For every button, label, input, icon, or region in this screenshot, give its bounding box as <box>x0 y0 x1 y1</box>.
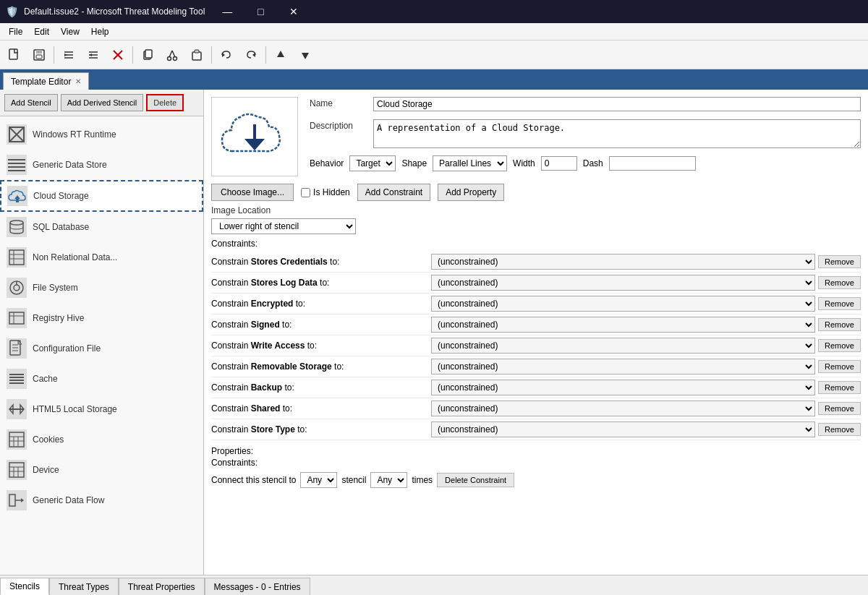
add-derived-stencil-button[interactable]: Add Derived Stencil <box>61 94 144 111</box>
toolbar-move-up[interactable] <box>269 43 292 67</box>
constraint-remove-5[interactable]: Remove <box>818 360 861 373</box>
toolbar-paste[interactable] <box>185 43 208 67</box>
window-title: Default.issue2 - Microsoft Threat Modeli… <box>24 7 205 17</box>
constraint-remove-1[interactable]: Remove <box>818 276 861 289</box>
add-property-button[interactable]: Add Property <box>438 184 504 201</box>
stencil-icon-generic-data-flow <box>7 490 27 510</box>
stencil-item-file-system[interactable]: File System <box>0 273 203 303</box>
constraint-remove-3[interactable]: Remove <box>818 318 861 331</box>
stencil-label-cloud-storage: Cloud Storage <box>33 191 89 201</box>
svg-marker-7 <box>64 53 67 56</box>
toolbar-indent[interactable] <box>57 43 80 67</box>
constraint-remove-2[interactable]: Remove <box>818 297 861 310</box>
dash-input[interactable] <box>609 156 696 171</box>
is-hidden-checkbox[interactable] <box>301 188 310 197</box>
stencil-item-sql-database[interactable]: SQL Database <box>0 212 203 242</box>
constraint-remove-0[interactable]: Remove <box>818 255 861 268</box>
dash-label: Dash <box>583 158 603 168</box>
stencil-item-generic-data-flow[interactable]: Generic Data Flow <box>0 485 203 515</box>
stencil-item-html5-local[interactable]: HTML5 Local Storage <box>0 394 203 424</box>
stencil-icon-config-file <box>7 338 27 359</box>
choose-image-button[interactable]: Choose Image... <box>211 184 294 201</box>
toolbar-delete[interactable] <box>106 43 129 67</box>
constraint-row-0: Constrain Stores Credentials to: (uncons… <box>211 252 861 273</box>
bottom-tabs: Stencils Threat Types Threat Properties … <box>0 575 868 595</box>
shape-select[interactable]: Parallel Lines <box>433 155 507 171</box>
menu-bar: File Edit View Help <box>0 23 868 40</box>
image-location-select[interactable]: Lower right of stencil <box>211 218 356 234</box>
constraint-remove-4[interactable]: Remove <box>818 339 861 352</box>
constraint-select-8[interactable]: (unconstrained) <box>431 421 815 437</box>
menu-view[interactable]: View <box>55 25 85 38</box>
description-textarea[interactable]: A representation of a Cloud Storage. <box>373 119 861 148</box>
stencil-item-cookies[interactable]: Cookies <box>0 424 203 455</box>
stencil-item-windows-rt[interactable]: Windows RT Runtime <box>0 119 203 150</box>
stencil-icon-sql-database <box>7 217 27 237</box>
menu-edit[interactable]: Edit <box>28 25 55 38</box>
constraint-row-2: Constrain Encrypted to: (unconstrained) … <box>211 294 861 314</box>
stencil-icon-cookies <box>7 429 27 450</box>
constraint-select-2[interactable]: (unconstrained) <box>431 296 815 312</box>
delete-constraint-button[interactable]: Delete Constraint <box>437 473 514 487</box>
svg-marker-22 <box>222 53 225 57</box>
menu-file[interactable]: File <box>3 25 28 38</box>
menu-help[interactable]: Help <box>85 25 115 38</box>
bottom-tab-messages[interactable]: Messages - 0 - Entries <box>205 578 310 595</box>
constraint-select-3[interactable]: (unconstrained) <box>431 317 815 333</box>
image-location-label: Image Location <box>211 205 861 215</box>
close-button[interactable]: ✕ <box>277 0 310 23</box>
toolbar-new[interactable] <box>3 43 26 67</box>
constraint-remove-8[interactable]: Remove <box>818 423 861 436</box>
toolbar-cut[interactable] <box>161 43 184 67</box>
stencil-label-cache: Cache <box>33 374 58 384</box>
connect-label: Connect this stencil to <box>211 475 296 485</box>
stencil-item-cache[interactable]: Cache <box>0 364 203 394</box>
name-input[interactable] <box>373 97 861 111</box>
template-editor-tab[interactable]: Template Editor ✕ <box>3 72 89 90</box>
toolbar-undo[interactable] <box>215 43 238 67</box>
is-hidden-text: Is Hidden <box>313 187 350 197</box>
constraint-remove-6[interactable]: Remove <box>818 381 861 394</box>
constraint-remove-7[interactable]: Remove <box>818 402 861 415</box>
connect-any1-select[interactable]: Any <box>300 472 337 488</box>
add-stencil-button[interactable]: Add Stencil <box>4 94 58 111</box>
constraint-label-4: Constrain Write Access to: <box>211 341 428 351</box>
bottom-tab-stencils[interactable]: Stencils <box>0 578 49 595</box>
svg-point-40 <box>14 285 20 291</box>
constraint-label-8: Constrain Store Type to: <box>211 424 428 435</box>
width-input[interactable] <box>541 156 577 171</box>
svg-rect-62 <box>9 463 24 477</box>
svg-marker-11 <box>89 53 92 56</box>
behavior-select[interactable]: Target <box>349 155 396 171</box>
constraint-select-6[interactable]: (unconstrained) <box>431 380 815 395</box>
stencil-item-config-file[interactable]: Configuration File <box>0 333 203 364</box>
stencil-item-generic-data[interactable]: Generic Data Store <box>0 150 203 180</box>
toolbar-redo[interactable] <box>239 43 263 67</box>
constraint-select-4[interactable]: (unconstrained) <box>431 338 815 354</box>
toolbar-outdent[interactable] <box>82 43 105 67</box>
toolbar <box>0 40 868 69</box>
delete-stencil-button[interactable]: Delete <box>146 94 184 111</box>
tab-close-icon[interactable]: ✕ <box>75 77 81 85</box>
svg-rect-67 <box>9 495 15 506</box>
svg-point-17 <box>174 56 177 60</box>
maximize-button[interactable]: □ <box>244 0 277 23</box>
add-constraint-button[interactable]: Add Constraint <box>357 184 430 201</box>
constraint-select-5[interactable]: (unconstrained) <box>431 359 815 374</box>
toolbar-copy[interactable] <box>136 43 159 67</box>
toolbar-save[interactable] <box>27 43 51 67</box>
connect-any2-select[interactable]: Any <box>370 472 407 488</box>
minimize-button[interactable]: — <box>210 0 244 23</box>
constraint-label-5: Constrain Removable Storage to: <box>211 361 428 372</box>
toolbar-move-down[interactable] <box>294 43 317 67</box>
stencil-item-device[interactable]: Device <box>0 455 203 485</box>
stencil-item-non-relational[interactable]: Non Relational Data... <box>0 242 203 273</box>
stencil-label-cookies: Cookies <box>33 435 64 445</box>
constraint-select-0[interactable]: (unconstrained) <box>431 254 815 270</box>
stencil-item-cloud-storage[interactable]: Cloud Storage <box>0 180 203 212</box>
constraint-select-1[interactable]: (unconstrained) <box>431 275 815 291</box>
stencil-item-registry-hive[interactable]: Registry Hive <box>0 303 203 333</box>
constraint-select-7[interactable]: (unconstrained) <box>431 401 815 416</box>
bottom-tab-threat-types[interactable]: Threat Types <box>49 578 119 595</box>
bottom-tab-threat-properties[interactable]: Threat Properties <box>119 578 205 595</box>
